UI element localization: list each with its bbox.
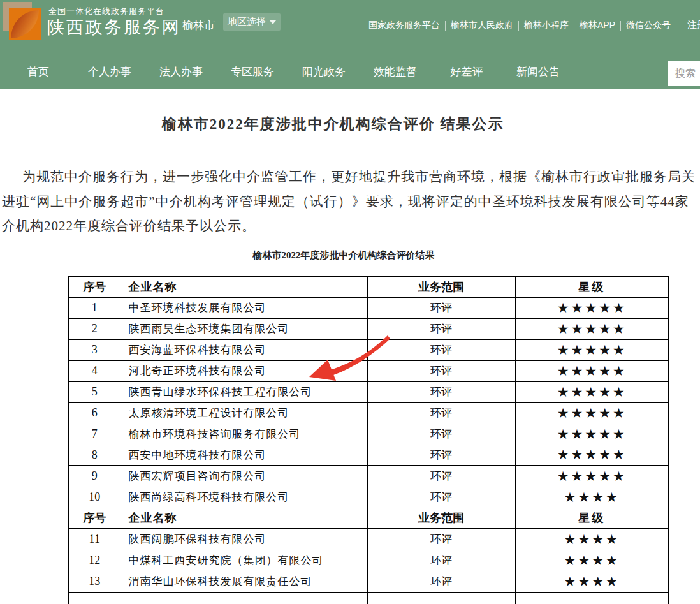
nav-item-8[interactable]: 新闻公告 <box>502 64 574 79</box>
table-row-3: 3西安海蓝环保科技有限公司环评★★★★★ <box>69 339 669 360</box>
cell-scope: 环评 <box>367 445 515 466</box>
nav-item-7[interactable]: 好差评 <box>431 64 502 79</box>
cell-stars: ★★★★★ <box>515 318 669 339</box>
top-link-1[interactable]: 国家政务服务平台 <box>368 20 440 31</box>
top-link-separator <box>518 21 519 31</box>
nav-item-4[interactable]: 专区服务 <box>217 64 288 79</box>
cell-company-name: 陕西雨昊生态环境集团有限公司 <box>120 318 367 339</box>
cell-no: 13 <box>69 571 120 592</box>
table-row-7: 7榆林市环境科技咨询服务有限公司环评★★★★★ <box>69 424 669 445</box>
cell-no: 5 <box>69 381 120 402</box>
cell-company-name: 陕西尚绿高科环境科技有限公司 <box>120 487 367 508</box>
table-row-6: 6太原核清环境工程设计有限公司环评★★★★★ <box>69 402 669 424</box>
cell-scope: 环评 <box>367 571 515 592</box>
cell-stars: ★★★★ <box>515 529 669 550</box>
table-row-10: 10陕西尚绿高科环境科技有限公司环评★★★★ <box>69 487 669 508</box>
table-header-row-1: 序号企业名称业务范围星级 <box>69 276 669 297</box>
table-row-1: 1中圣环境科技发展有限公司环评★★★★★ <box>69 297 669 318</box>
search-box[interactable]: 搜索 <box>668 61 700 86</box>
cell-stars: ★★★★ <box>515 571 669 592</box>
search-placeholder: 搜索 <box>675 67 696 80</box>
table-row-partial <box>69 592 669 604</box>
cell-stars: ★★★★ <box>515 550 669 571</box>
cell-scope: 环评 <box>367 360 515 381</box>
cell-company-name: 陕西青山绿水环保科技工程有限公司 <box>120 381 367 402</box>
cell-stars: ★★★★★ <box>515 466 669 487</box>
table-row-2: 2陕西雨昊生态环境集团有限公司环评★★★★★ <box>69 318 669 339</box>
top-link-4[interactable]: 榆林APP <box>580 20 615 31</box>
header-cell-c-no: 序号 <box>69 276 120 297</box>
cell-no: 4 <box>69 360 120 381</box>
cell-no: 11 <box>69 529 120 550</box>
cell-empty <box>515 592 669 604</box>
cell-stars: ★★★★★ <box>515 360 669 381</box>
region-selector-button[interactable]: 地区选择 <box>223 13 281 31</box>
top-link-2[interactable]: 榆林市人民政府 <box>451 20 513 31</box>
cell-no: 1 <box>69 297 120 318</box>
top-link-separator <box>620 21 621 31</box>
nav-item-3[interactable]: 法人办事 <box>145 64 217 79</box>
current-city-label: 榆林市 <box>182 18 215 33</box>
eval-table: 序号企业名称业务范围星级1中圣环境科技发展有限公司环评★★★★★2陕西雨昊生态环… <box>68 276 669 604</box>
paragraph-line-1: 为规范中介服务行为，进一步强化中介监管工作，更好地提升我市营商环境，根据《榆林市… <box>2 165 700 189</box>
cell-scope: 环评 <box>367 318 515 339</box>
cell-scope: 环评 <box>367 381 515 402</box>
top-link-3[interactable]: 榆林小程序 <box>524 20 569 31</box>
cell-empty <box>367 592 515 604</box>
cell-no: 2 <box>69 318 120 339</box>
cell-stars: ★★★★★ <box>515 402 669 424</box>
cell-company-name: 河北奇正环境科技有限公司 <box>120 360 367 381</box>
register-link[interactable]: 注册 <box>687 19 700 31</box>
header-cell-c-no: 序号 <box>69 508 120 529</box>
table-caption: 榆林市2022年度涉批中介机构综合评价结果 <box>253 249 435 261</box>
nav-item-2[interactable]: 个人办事 <box>74 64 145 79</box>
nav-item-6[interactable]: 效能监督 <box>360 64 431 79</box>
cell-scope: 环评 <box>367 487 515 508</box>
cell-company-name: 中煤科工西安研究院（集团）有限公司 <box>120 550 367 571</box>
cell-no: 6 <box>69 402 120 424</box>
table-row-11: 11陕西阔鹏环保科技有限公司环评★★★★ <box>69 529 669 550</box>
cell-scope: 环评 <box>367 550 515 571</box>
header-divider <box>168 13 168 34</box>
cell-stars: ★★★★★ <box>515 297 669 318</box>
cell-no: 7 <box>69 424 120 445</box>
region-selector-label: 地区选择 <box>228 16 266 28</box>
table-row-4: 4河北奇正环境科技有限公司环评★★★★★ <box>69 360 669 381</box>
top-link-separator <box>445 21 446 31</box>
cell-empty <box>120 592 367 604</box>
cell-company-name: 西安中地环境科技有限公司 <box>120 445 367 466</box>
site-name: 陕西政务服务网 <box>47 16 181 39</box>
cell-stars: ★★★★★ <box>515 381 669 402</box>
cell-empty <box>69 592 120 604</box>
table-row-8: 8西安中地环境科技有限公司环评★★★★★ <box>69 445 669 466</box>
header-cell-c-name: 企业名称 <box>120 508 367 529</box>
cell-no: 9 <box>69 466 120 487</box>
top-link-5[interactable]: 微信公众号 <box>626 20 671 31</box>
cell-company-name: 陕西阔鹏环保科技有限公司 <box>120 529 367 550</box>
top-link-separator <box>574 21 574 31</box>
cell-company-name: 中圣环境科技发展有限公司 <box>120 297 367 318</box>
cell-scope: 环评 <box>367 402 515 424</box>
header-cell-c-name: 企业名称 <box>120 276 367 297</box>
cell-scope: 环评 <box>367 339 515 360</box>
cell-company-name: 太原核清环境工程设计有限公司 <box>120 402 367 424</box>
cell-scope: 环评 <box>367 297 515 318</box>
table-row-9: 9陕西宏辉项目咨询有限公司环评★★★★★ <box>69 466 669 487</box>
nav-item-5[interactable]: 阳光政务 <box>288 64 360 79</box>
evaluation-table-wrapper: 序号企业名称业务范围星级1中圣环境科技发展有限公司环评★★★★★2陕西雨昊生态环… <box>68 276 669 604</box>
nav-item-1[interactable]: 首页 <box>3 64 74 79</box>
site-header: 全国一体化在线政务服务平台 陕西政务服务网 榆林市 地区选择 国家政务服务平台榆… <box>0 0 700 89</box>
cell-no: 3 <box>69 339 120 360</box>
cell-stars: ★★★★★ <box>515 339 669 360</box>
cell-no: 12 <box>69 550 120 571</box>
cell-no: 8 <box>69 445 120 466</box>
cell-scope: 环评 <box>367 529 515 550</box>
cell-stars: ★★★★★ <box>515 424 669 445</box>
table-row-13: 13渭南华山环保科技发展有限责任公司环评★★★★ <box>69 571 669 592</box>
cell-company-name: 陕西宏辉项目咨询有限公司 <box>120 466 367 487</box>
cell-stars: ★★★★★ <box>515 445 669 466</box>
cell-company-name: 渭南华山环保科技发展有限责任公司 <box>120 571 367 592</box>
table-row-5: 5陕西青山绿水环保科技工程有限公司环评★★★★★ <box>69 381 669 402</box>
header-cell-c-scope: 业务范围 <box>367 508 515 529</box>
header-cell-c-stars: 星级 <box>515 508 669 529</box>
